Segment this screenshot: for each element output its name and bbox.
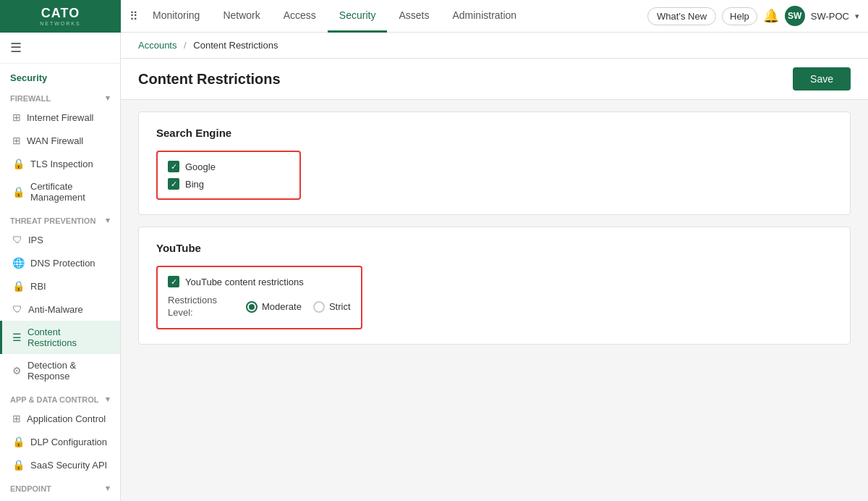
breadcrumb: Accounts / Content Restrictions (121, 33, 868, 59)
nav-right: What's New Help 🔔 SW SW-POC ▾ (647, 6, 868, 26)
save-button[interactable]: Save (793, 67, 851, 90)
sidebar-group-app-data-control[interactable]: APP & DATA CONTROL ▾ (0, 387, 120, 407)
youtube-content-label: YouTube content restrictions (185, 277, 304, 287)
strict-radio[interactable] (313, 301, 325, 313)
sidebar-group-threat-prevention[interactable]: THREAT PREVENTION ▾ (0, 209, 120, 228)
sidebar-item-content-restrictions[interactable]: ☰ Content Restrictions (0, 321, 120, 354)
main-layout: ☰ Security FIREWALL ▾ ⊞ Internet Firewal… (0, 33, 868, 501)
dns-icon: 🌐 (12, 257, 25, 269)
sidebar-item-ips[interactable]: 🛡 IPS (0, 228, 120, 251)
main-nav: Monitoring Network Access Security Asset… (138, 0, 647, 32)
sidebar-item-anti-malware[interactable]: 🛡 Anti-Malware (0, 298, 120, 321)
breadcrumb-current: Content Restrictions (193, 40, 278, 51)
sidebar-item-dns-protection[interactable]: 🌐 DNS Protection (0, 251, 120, 274)
bing-checkbox-row: ✓ Bing (168, 178, 289, 190)
user-name[interactable]: SW-POC (811, 11, 849, 22)
nav-access[interactable]: Access (272, 1, 328, 33)
anti-malware-icon: 🛡 (12, 303, 22, 315)
top-nav: CATO NETWORKS ⠿ Monitoring Network Acces… (0, 0, 868, 33)
google-label: Google (185, 161, 216, 172)
nav-network[interactable]: Network (211, 1, 271, 33)
page-title: Content Restrictions (138, 71, 281, 88)
sidebar-group-firewall[interactable]: FIREWALL ▾ (0, 86, 120, 106)
youtube-options: ✓ YouTube content restrictions Restricti… (156, 266, 362, 329)
sidebar-item-detection-response[interactable]: ⚙ Detection & Response (0, 354, 120, 387)
bing-checkbox[interactable]: ✓ (168, 178, 179, 190)
google-checkbox[interactable]: ✓ (168, 161, 179, 172)
sidebar-item-endpoint-protection[interactable]: 🛡 Endpoint Protection (0, 496, 120, 501)
user-menu-chevron[interactable]: ▾ (855, 12, 859, 21)
nav-security[interactable]: Security (328, 1, 388, 33)
sidebar-item-wan-firewall[interactable]: ⊞ WAN Firewall (0, 129, 120, 152)
content-area: Accounts / Content Restrictions Content … (121, 33, 868, 501)
sidebar-item-dlp-configuration[interactable]: 🔒 DLP Configuration (0, 430, 120, 453)
whats-new-button[interactable]: What's New (647, 7, 716, 25)
youtube-content-restrictions-row: ✓ YouTube content restrictions (168, 276, 351, 287)
youtube-card: YouTube ✓ YouTube content restrictions R… (138, 227, 851, 345)
sidebar-item-tls-inspection[interactable]: 🔒 TLS Inspection (0, 152, 120, 175)
nav-assets[interactable]: Assets (387, 1, 441, 33)
nav-administration[interactable]: Administration (441, 1, 528, 33)
application-control-icon: ⊞ (12, 413, 21, 424)
page-header: Content Restrictions Save (121, 59, 868, 100)
search-engine-card: Search Engine ✓ Google ✓ Bing (138, 111, 851, 215)
logo-sub: NETWORKS (40, 21, 80, 26)
moderate-radio[interactable] (246, 301, 258, 313)
google-checkbox-row: ✓ Google (168, 161, 289, 172)
help-button[interactable]: Help (722, 7, 757, 25)
sidebar-section-security: Security (0, 64, 120, 86)
search-engine-title: Search Engine (156, 127, 833, 139)
moderate-option[interactable]: Moderate (246, 301, 302, 313)
saas-icon: 🔒 (12, 459, 25, 471)
bell-icon[interactable]: 🔔 (763, 8, 779, 24)
tls-icon: 🔒 (12, 158, 25, 169)
breadcrumb-separator: / (184, 40, 187, 51)
breadcrumb-accounts-link[interactable]: Accounts (138, 40, 176, 51)
youtube-content-checkbox[interactable]: ✓ (168, 276, 179, 287)
restrictions-level-row: RestrictionsLevel: Moderate Strict (168, 295, 351, 319)
search-engine-options: ✓ Google ✓ Bing (156, 151, 301, 200)
wan-firewall-icon: ⊞ (12, 135, 21, 146)
dlp-icon: 🔒 (12, 436, 25, 447)
content-restrictions-icon: ☰ (12, 332, 22, 343)
sidebar-item-certificate-management[interactable]: 🔒 Certificate Management (0, 175, 120, 209)
sidebar-hamburger[interactable]: ☰ (0, 33, 120, 64)
radio-group: Moderate Strict (246, 301, 351, 313)
sidebar: ☰ Security FIREWALL ▾ ⊞ Internet Firewal… (0, 33, 121, 501)
ips-icon: 🛡 (12, 234, 22, 245)
rbi-icon: 🔒 (12, 280, 25, 292)
sidebar-item-internet-firewall[interactable]: ⊞ Internet Firewall (0, 106, 120, 129)
nav-monitoring[interactable]: Monitoring (141, 1, 211, 33)
moderate-label: Moderate (262, 301, 302, 312)
sidebar-item-rbi[interactable]: 🔒 RBI (0, 274, 120, 298)
grid-icon[interactable]: ⠿ (129, 9, 138, 23)
strict-label: Strict (329, 301, 351, 312)
detection-response-icon: ⚙ (12, 365, 22, 376)
strict-option[interactable]: Strict (313, 301, 351, 313)
youtube-title: YouTube (156, 242, 833, 254)
logo-brand: CATO (41, 6, 80, 21)
restrictions-label: RestrictionsLevel: (168, 295, 240, 319)
internet-firewall-icon: ⊞ (12, 111, 21, 123)
content-body: Search Engine ✓ Google ✓ Bing YouTube (121, 100, 868, 368)
sidebar-group-endpoint[interactable]: ENDPOINT ▾ (0, 476, 120, 496)
cert-icon: 🔒 (12, 186, 25, 198)
sidebar-item-application-control[interactable]: ⊞ Application Control (0, 407, 120, 430)
avatar: SW (785, 6, 805, 26)
logo: CATO NETWORKS (0, 0, 121, 33)
moderate-radio-dot (249, 304, 255, 310)
sidebar-item-saas-security-api[interactable]: 🔒 SaaS Security API (0, 453, 120, 476)
bing-label: Bing (185, 179, 204, 190)
